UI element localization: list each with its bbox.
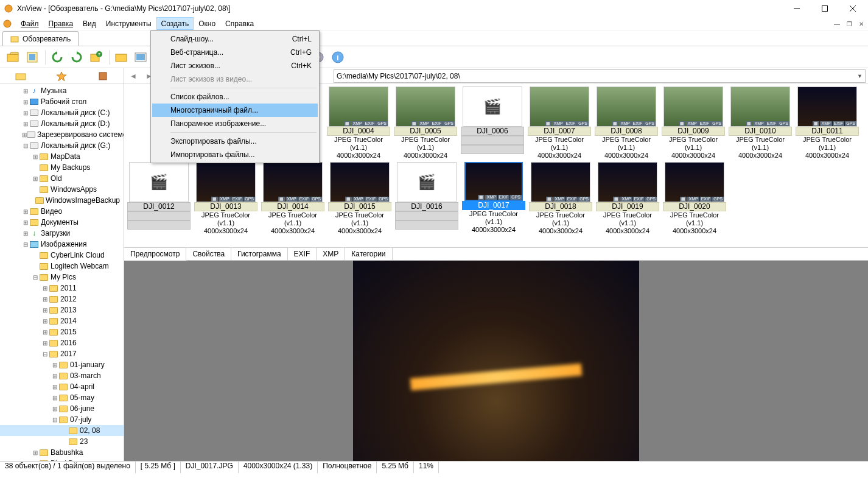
categories-button[interactable] (96, 69, 110, 83)
path-input[interactable]: G:\media\My Pics\2017\07-july\02, 08\ ▼ (334, 69, 866, 83)
tree-expander[interactable]: ⊞ (32, 153, 39, 160)
convert-button[interactable] (87, 48, 105, 66)
menu-window[interactable]: Окно (194, 17, 220, 30)
menu-item[interactable]: Панорамное изображение... (152, 117, 318, 130)
tree-node[interactable]: Logitech Webcam (0, 261, 124, 272)
tree-expander[interactable]: ⊞ (41, 329, 49, 336)
tree-node[interactable]: ⊞2015 (0, 326, 124, 337)
thumbnail-image[interactable]: ▦XMPEXIFGPS (396, 86, 455, 127)
mdi-close-button[interactable]: ✕ (856, 18, 867, 29)
folder-tree[interactable]: ⊞Музыка⊞Рабочий стол⊞Локальный диск (C:)… (0, 84, 124, 461)
thumbnail-image[interactable]: ▦XMPEXIFGPS (330, 162, 390, 202)
thumbnail-image[interactable]: ▦XMPEXIFGPS (196, 162, 256, 202)
menu-create[interactable]: Создать (156, 17, 194, 30)
tab-histogram[interactable]: Гистограмма (231, 248, 287, 260)
tab-exif[interactable]: EXIF (288, 248, 317, 260)
tree-expander[interactable]: ⊞ (51, 373, 58, 379)
tab-preview[interactable]: Предпросмотр (124, 248, 186, 261)
tree-node[interactable]: ⊞2011 (0, 283, 124, 294)
tree-node[interactable]: ⊞03-march (0, 370, 124, 381)
mdi-restore-button[interactable]: ❐ (844, 18, 855, 29)
tab-categories[interactable]: Категории (345, 248, 392, 260)
menu-item[interactable]: Веб-страница...Ctrl+G (152, 46, 318, 59)
thumbnail-image[interactable]: ▦XMPEXIFGPS (730, 86, 790, 127)
menu-tools[interactable]: Инструменты (101, 17, 156, 30)
tree-node[interactable]: ⊞Локальный диск (D:) (0, 118, 124, 129)
tree-expander[interactable]: ⊟ (41, 351, 49, 357)
thumbnail-cell[interactable]: ▦XMPEXIFGPSDJI_0020JPEG TrueColor (v1.1)… (661, 162, 728, 235)
menu-edit[interactable]: Правка (44, 17, 79, 30)
tree-expander[interactable]: ⊞ (51, 362, 58, 368)
thumbnail-cell[interactable]: ▦XMPEXIFGPSDJI_0013JPEG TrueColor (v1.1)… (192, 162, 259, 235)
tree-node[interactable]: ⊞BlackBerry (0, 458, 124, 461)
tree-node[interactable]: My Backups (0, 162, 124, 173)
tree-node[interactable]: ⊞06-june (0, 403, 124, 414)
menu-item[interactable]: Многостраничный файл... (152, 104, 318, 117)
thumbnail-image[interactable]: ▦XMPEXIFGPS (597, 86, 656, 127)
tree-node[interactable]: ⊞Зарезервировано системой (0, 129, 124, 140)
tree-node[interactable]: WindowsImageBackup (0, 195, 124, 206)
thumbnail-image[interactable]: 🎬 (129, 162, 189, 202)
maximize-button[interactable] (811, 0, 839, 17)
tree-expander[interactable]: ⊞ (22, 208, 29, 215)
thumbnail-cell[interactable]: ▦XMPEXIFGPSDJI_0018JPEG TrueColor (v1.1)… (527, 162, 594, 235)
tree-node[interactable]: 02, 08 (0, 425, 124, 436)
minimize-button[interactable] (783, 0, 811, 17)
tree-expander[interactable]: ⊞ (41, 296, 49, 303)
tree-expander[interactable]: ⊟ (22, 241, 29, 248)
tree-node[interactable]: ⊞2012 (0, 294, 124, 304)
acquire-button[interactable] (112, 48, 130, 66)
thumbnail-cell[interactable]: ▦XMPEXIFGPSDJI_0005JPEG TrueColor (v1.1)… (392, 86, 459, 160)
tree-node[interactable]: ⊞Загрузки (0, 228, 124, 239)
tree-node[interactable]: ⊞04-april (0, 381, 124, 392)
tree-node[interactable]: ⊞Документы (0, 217, 124, 228)
thumbnail-image[interactable]: ▦XMPEXIFGPS (531, 162, 590, 202)
menu-item[interactable]: Импортировать файлы... (152, 148, 318, 161)
thumbnail-image[interactable]: ▦XMPEXIFGPS (464, 162, 523, 201)
tree-expander[interactable]: ⊞ (41, 285, 49, 292)
thumbnail-image[interactable]: ▦XMPEXIFGPS (329, 86, 388, 127)
tree-node[interactable]: ⊟2017 (0, 348, 124, 359)
thumbnail-image[interactable]: ▦XMPEXIFGPS (663, 86, 723, 127)
tree-expander[interactable]: ⊞ (41, 318, 49, 325)
tree-expander[interactable]: ⊟ (32, 274, 39, 281)
menu-view[interactable]: Вид (78, 17, 101, 30)
tree-node[interactable]: CyberLink Cloud (0, 250, 124, 261)
thumbnail-cell[interactable]: ▦XMPEXIFGPSDJI_0009JPEG TrueColor (v1.1)… (660, 86, 727, 160)
menu-item[interactable]: Список файлов... (152, 90, 318, 104)
slideshow-button[interactable] (131, 48, 150, 66)
tree-expander[interactable]: ⊞ (51, 384, 58, 390)
tree-node[interactable]: WindowsApps (0, 184, 124, 195)
tree-node[interactable]: ⊟Изображения (0, 239, 124, 250)
tab-properties[interactable]: Свойства (186, 248, 231, 260)
menu-file[interactable]: Файл (16, 17, 44, 30)
tree-expander[interactable]: ⊟ (51, 417, 58, 423)
menu-item[interactable]: Экспортировать файлы... (152, 135, 318, 148)
thumbnail-cell[interactable]: ▦XMPEXIFGPSDJI_0019JPEG TrueColor (v1.1)… (594, 162, 661, 235)
menu-item[interactable]: Лист эскизов из видео... (152, 72, 318, 86)
thumbnail-cell[interactable]: ▦XMPEXIFGPSDJI_0004JPEG TrueColor (v1.1)… (325, 86, 392, 160)
tree-expander[interactable]: ⊞ (22, 230, 29, 237)
thumbnail-cell[interactable]: ▦XMPEXIFGPSDJI_0017JPEG TrueColor (v1.1)… (460, 162, 527, 235)
about-button[interactable]: i (329, 48, 347, 66)
rotate-left-button[interactable] (48, 48, 66, 66)
tree-expander[interactable]: ⊞ (22, 121, 29, 127)
tree-expander[interactable]: ⊞ (32, 460, 39, 462)
nav-back-button[interactable]: ◄ (127, 69, 140, 83)
tree-node[interactable]: ⊞01-january (0, 359, 124, 370)
thumbnail-image[interactable]: 🎬 (463, 86, 522, 127)
tree-node[interactable]: ⊞Old (0, 173, 124, 184)
thumbnail-cell[interactable]: 🎬DJI_0006 (459, 86, 526, 160)
thumbnail-cell[interactable]: ▦XMPEXIFGPSDJI_0014JPEG TrueColor (v1.1)… (259, 162, 326, 235)
thumbnail-image[interactable]: ▦XMPEXIFGPS (530, 86, 589, 127)
menu-item[interactable]: Слайд-шоу...Ctrl+L (152, 32, 318, 46)
tree-node[interactable]: ⊞Музыка (0, 85, 124, 96)
thumbnail-cell[interactable]: ▦XMPEXIFGPSDJI_0008JPEG TrueColor (v1.1)… (593, 86, 660, 160)
favorites-button[interactable] (54, 69, 69, 83)
tree-expander[interactable]: ⊞ (22, 132, 27, 138)
path-dropdown-icon[interactable]: ▼ (857, 73, 863, 79)
tree-expander[interactable]: ⊞ (22, 219, 29, 226)
tree-expander[interactable]: ⊞ (51, 395, 58, 401)
tree-node[interactable]: ⊟07-july (0, 414, 124, 425)
tab-browser[interactable]: Обозреватель (2, 31, 79, 46)
